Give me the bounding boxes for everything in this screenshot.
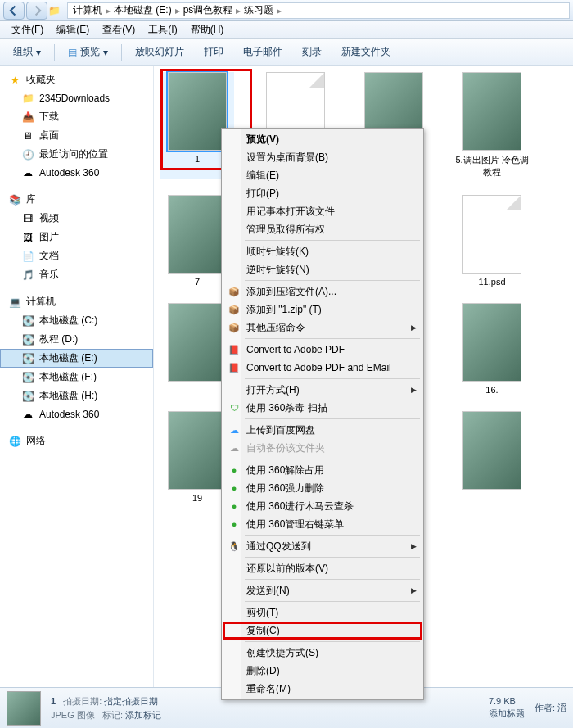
ctx-set-background[interactable]: 设置为桌面背景(B) xyxy=(223,148,422,166)
breadcrumb-item[interactable]: 练习题 xyxy=(242,3,275,17)
zip-icon: 📦 xyxy=(227,302,241,317)
ctx-delete[interactable]: 删除(D) xyxy=(223,662,422,680)
ctx-360-force[interactable]: ●使用 360强力删除 xyxy=(223,479,422,497)
zip-icon: 📦 xyxy=(227,320,241,335)
shield-icon: 🛡 xyxy=(227,400,241,415)
breadcrumb-item[interactable]: 本地磁盘 (E:) xyxy=(112,3,174,17)
drive-icon: 💽 xyxy=(21,333,34,346)
ctx-rotate-cw[interactable]: 顺时针旋转(K) xyxy=(223,242,422,260)
sidebar-library[interactable]: 📚库 xyxy=(0,190,153,209)
menu-view[interactable]: 查看(V) xyxy=(96,21,142,38)
sidebar-computer[interactable]: 💻计算机 xyxy=(0,292,153,311)
email-button[interactable]: 电子邮件 xyxy=(237,42,289,62)
qq-icon: 🐧 xyxy=(227,539,241,554)
menu-file[interactable]: 文件(F) xyxy=(5,21,50,38)
ctx-rename[interactable]: 重命名(M) xyxy=(223,680,422,698)
ctx-open-with[interactable]: 打开方式(H)▶ xyxy=(223,381,422,399)
sidebar-item[interactable]: 💽本地磁盘 (F:) xyxy=(0,368,153,387)
preview-button[interactable]: ▤预览 ▾ xyxy=(61,42,115,62)
ctx-pdf-email[interactable]: 📕Convert to Adobe PDF and EMail xyxy=(223,359,422,377)
cloud-icon: ☁ xyxy=(21,408,34,421)
sidebar-item[interactable]: 💽本地磁盘 (C:) xyxy=(0,311,153,330)
drive-icon: 💽 xyxy=(21,352,34,365)
sidebar-item-selected[interactable]: 💽本地磁盘 (E:) xyxy=(0,349,153,368)
menu-edit[interactable]: 编辑(E) xyxy=(50,21,96,38)
sidebar-favorites[interactable]: ★收藏夹 xyxy=(0,70,153,89)
ctx-shortcut[interactable]: 创建快捷方式(S) xyxy=(223,644,422,662)
file-thumbnail xyxy=(462,195,521,274)
sidebar-item[interactable]: 🖼图片 xyxy=(0,228,153,246)
library-icon: 📚 xyxy=(8,193,21,206)
ctx-baidu[interactable]: ☁上传到百度网盘 xyxy=(223,421,422,439)
file-item[interactable]: 5.调出图片 冷色调教程 xyxy=(455,72,529,179)
slideshow-button[interactable]: 放映幻灯片 xyxy=(129,42,191,62)
ctx-rotate-ccw[interactable]: 逆时针旋转(N) xyxy=(223,260,422,278)
sidebar-network[interactable]: 🌐网络 xyxy=(0,432,153,450)
burn-button[interactable]: 刻录 xyxy=(296,42,328,62)
ctx-copy[interactable]: 复制(C) xyxy=(223,622,422,640)
context-menu: 预览(V) 设置为桌面背景(B) 编辑(E) 打印(P) 用记事本打开该文件 管… xyxy=(221,128,424,700)
print-button[interactable]: 打印 xyxy=(197,42,230,62)
ctx-restore[interactable]: 还原以前的版本(V) xyxy=(223,559,422,577)
360-icon: ● xyxy=(227,463,241,477)
back-button[interactable] xyxy=(3,2,25,20)
drive-icon: 💽 xyxy=(21,371,34,384)
file-name: 11.psd xyxy=(478,277,505,287)
sidebar-item[interactable]: 📁2345Downloads xyxy=(0,89,153,107)
ctx-preview[interactable]: 预览(V) xyxy=(223,130,422,148)
sidebar-item[interactable]: 🎵音乐 xyxy=(0,265,153,284)
file-item[interactable]: 11.psd xyxy=(455,195,529,287)
sidebar: ★收藏夹 📁2345Downloads 📥下载 🖥桌面 🕘最近访问的位置 ☁Au… xyxy=(0,66,154,704)
ctx-360-trojan[interactable]: ●使用 360进行木马云查杀 xyxy=(223,497,422,515)
ctx-cut[interactable]: 剪切(T) xyxy=(223,604,422,622)
sidebar-item[interactable]: 💽教程 (D:) xyxy=(0,330,153,349)
file-thumbnail xyxy=(168,72,227,151)
ctx-edit[interactable]: 编辑(E) xyxy=(223,166,422,184)
file-name: 7 xyxy=(195,277,200,287)
status-type: JPEG 图像 xyxy=(51,710,95,720)
ctx-360-scan[interactable]: 🛡使用 360杀毒 扫描 xyxy=(223,399,422,417)
sidebar-item[interactable]: 🖥桌面 xyxy=(0,126,153,145)
ctx-add-zip[interactable]: 📦添加到压缩文件(A)... xyxy=(223,283,422,301)
ctx-sendto[interactable]: 发送到(N)▶ xyxy=(223,581,422,599)
file-thumbnail xyxy=(462,303,521,382)
organize-button[interactable]: 组织 ▾ xyxy=(7,42,47,62)
star-icon: ★ xyxy=(8,74,21,87)
breadcrumb[interactable]: 计算机▸ 本地磁盘 (E:)▸ ps调色教程▸ 练习题▸ xyxy=(67,2,570,19)
download-icon: 📥 xyxy=(21,111,34,124)
menu-help[interactable]: 帮助(H) xyxy=(184,21,231,38)
sidebar-item[interactable]: 📥下载 xyxy=(0,107,153,126)
breadcrumb-item[interactable]: 计算机 xyxy=(71,3,104,17)
ctx-notepad[interactable]: 用记事本打开该文件 xyxy=(223,202,422,220)
360-icon: ● xyxy=(227,517,241,531)
file-name: 5.调出图片 冷色调教程 xyxy=(455,154,529,179)
360-icon: ● xyxy=(227,481,241,495)
sidebar-item[interactable]: ☁Autodesk 360 xyxy=(0,405,153,423)
ctx-360-unlock[interactable]: ●使用 360解除占用 xyxy=(223,461,422,479)
file-item[interactable]: 16. xyxy=(455,303,529,395)
file-name: 1 xyxy=(195,154,200,164)
menu-tools[interactable]: 工具(I) xyxy=(142,21,183,38)
sidebar-item[interactable]: 🕘最近访问的位置 xyxy=(0,145,153,164)
ctx-qq-send[interactable]: 🐧通过QQ发送到▶ xyxy=(223,537,422,555)
sidebar-item[interactable]: 📄文档 xyxy=(0,246,153,265)
ctx-add-1zip[interactable]: 📦添加到 "1.zip" (T) xyxy=(223,301,422,319)
ctx-print[interactable]: 打印(P) xyxy=(223,184,422,202)
forward-button[interactable] xyxy=(26,2,47,20)
drive-icon: 💽 xyxy=(21,314,34,328)
file-name: 16. xyxy=(485,385,498,395)
toolbar: 组织 ▾ ▤预览 ▾ 放映幻灯片 打印 电子邮件 刻录 新建文件夹 xyxy=(0,39,573,66)
ctx-360-mgr[interactable]: ●使用 360管理右键菜单 xyxy=(223,515,422,533)
title-bar: 📁 计算机▸ 本地磁盘 (E:)▸ ps调色教程▸ 练习题▸ xyxy=(0,0,573,21)
file-item[interactable] xyxy=(455,411,529,503)
chevron-right-icon: ▶ xyxy=(411,323,417,332)
sidebar-item[interactable]: 💽本地磁盘 (H:) xyxy=(0,387,153,405)
ctx-pdf[interactable]: 📕Convert to Adobe PDF xyxy=(223,341,422,359)
newfolder-button[interactable]: 新建文件夹 xyxy=(335,42,397,62)
breadcrumb-item[interactable]: ps调色教程 xyxy=(182,3,235,17)
file-thumbnail xyxy=(462,411,521,490)
sidebar-item[interactable]: 🎞视频 xyxy=(0,209,153,228)
sidebar-item[interactable]: ☁Autodesk 360 xyxy=(0,164,153,182)
ctx-admin[interactable]: 管理员取得所有权 xyxy=(223,220,422,238)
ctx-other-zip[interactable]: 📦其他压缩命令▶ xyxy=(223,319,422,337)
